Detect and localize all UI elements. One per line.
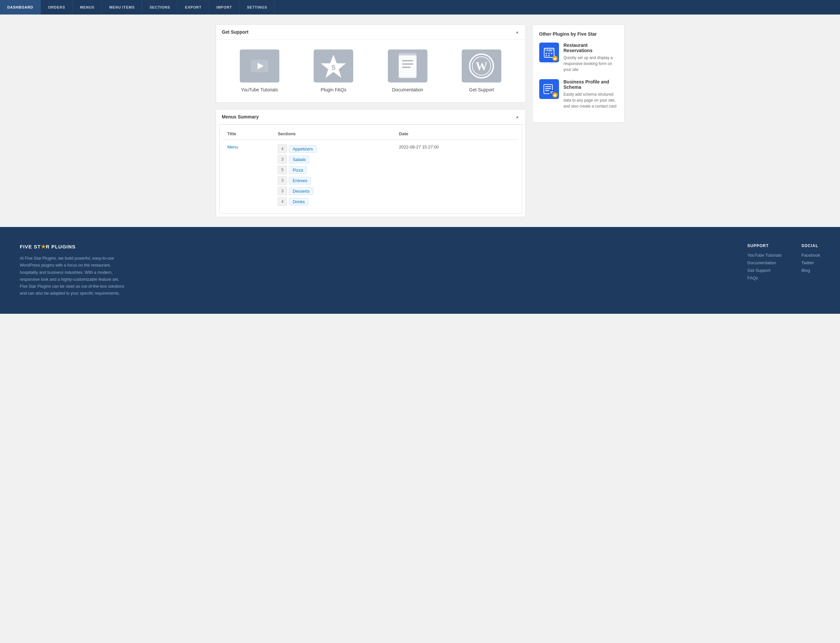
svg-rect-7 [402, 60, 413, 61]
section-link[interactable]: Pizza [289, 166, 307, 174]
svg-rect-8 [402, 64, 413, 65]
svg-rect-9 [402, 67, 410, 68]
svg-rect-16 [545, 53, 547, 54]
sidebar: Other Plugins by Five Star 7:30 [532, 24, 625, 217]
sidebar-title: Other Plugins by Five Star [539, 31, 618, 37]
svg-text:5: 5 [332, 64, 335, 72]
support-item-wp[interactable]: W Get Support [462, 49, 501, 92]
plugin-badge-2 [552, 92, 558, 98]
footer-social-col: SOCIAL Facebook Twitter Blog [801, 243, 820, 297]
page-body: Get Support ▲ YouTube Tutorials [206, 15, 635, 217]
nav-item-orders[interactable]: Orders [41, 0, 73, 15]
menus-summary-card: Menus Summary ▲ Title Sections Date [216, 109, 526, 217]
svg-rect-17 [548, 53, 550, 54]
sidebar-card: Other Plugins by Five Star 7:30 [532, 24, 625, 123]
section-link[interactable]: Drinks [289, 198, 308, 206]
svg-rect-23 [545, 86, 551, 87]
nav-item-dashboard[interactable]: Dashboard [0, 0, 41, 15]
youtube-icon-box [240, 49, 279, 82]
col-date: Date [394, 128, 518, 140]
support-youtube-label: YouTube Tutorials [241, 87, 278, 92]
menu-date: 2022-08-27 15:27:00 [394, 140, 518, 210]
section-row: 3Salads [278, 155, 389, 164]
plugin-item-reservations[interactable]: 7:30 Restaurant Reservations [539, 42, 618, 73]
plugin-reservations-icon: 7:30 [539, 42, 559, 62]
support-card-header: Get Support ▲ [216, 25, 525, 39]
plugin-reservations-info: Restaurant Reservations Quickly set up a… [563, 42, 618, 73]
footer-link-facebook[interactable]: Facebook [801, 253, 820, 258]
footer-social-title: SOCIAL [801, 243, 820, 248]
menus-table-border: Title Sections Date Menu4Appetizers3Sala… [219, 124, 522, 214]
support-card-title: Get Support [222, 29, 249, 35]
footer-link-blog[interactable]: Blog [801, 268, 820, 273]
section-row: 5Pizza [278, 166, 389, 174]
svg-rect-25 [545, 90, 549, 91]
section-count: 3 [278, 155, 287, 164]
footer-support-col: SUPPORT YouTube Tutorials Documentation … [747, 243, 781, 297]
section-row: 4Appetizers [278, 145, 389, 153]
support-item-faqs[interactable]: 5 Plugin FAQs [314, 49, 353, 92]
nav-item-settings[interactable]: Settings [240, 0, 275, 15]
svg-marker-29 [553, 94, 557, 97]
section-row: 4Drinks [278, 197, 389, 206]
nav-item-menu-items[interactable]: Menu Items [102, 0, 142, 15]
menus-table-wrap: Title Sections Date Menu4Appetizers3Sala… [216, 124, 525, 217]
faqs-icon-box: 5 [314, 49, 353, 82]
col-title: Title [223, 128, 273, 140]
plugin-reservations-name: Restaurant Reservations [563, 42, 618, 53]
support-item-youtube[interactable]: YouTube Tutorials [240, 49, 279, 92]
footer-link-faqs[interactable]: FAQs [747, 276, 781, 281]
footer-logo-text: FIVE ST★R PLUGINS [20, 243, 75, 250]
footer-support-title: SUPPORT [747, 243, 781, 248]
nav-item-menus[interactable]: Menus [73, 0, 102, 15]
menus-collapse-arrow[interactable]: ▲ [516, 114, 519, 119]
section-link[interactable]: Desserts [289, 188, 313, 195]
support-grid: YouTube Tutorials 5 Plugin FAQs [216, 39, 525, 102]
menu-link[interactable]: Menu [228, 145, 238, 149]
menus-card-title: Menus Summary [222, 114, 259, 119]
plugin-business-icon [539, 79, 559, 99]
svg-text:W: W [475, 60, 487, 73]
col-sections: Sections [273, 128, 394, 140]
nav-item-export[interactable]: Export [178, 0, 209, 15]
section-link[interactable]: Appetizers [289, 145, 316, 153]
section-link[interactable]: Salads [289, 156, 309, 163]
menus-table-header-row: Title Sections Date [223, 128, 518, 140]
plugin-reservations-desc: Quickly set up and display a responsive … [563, 55, 618, 73]
section-count: 4 [278, 197, 287, 206]
section-count: 4 [278, 145, 287, 153]
svg-rect-18 [551, 53, 552, 54]
footer: FIVE ST★R PLUGINS At Five Star Plugins, … [0, 227, 840, 314]
footer-logo: FIVE ST★R PLUGINS [20, 243, 125, 250]
footer-desc: At Five Star Plugins, we build powerful,… [20, 255, 125, 297]
footer-link-documentation[interactable]: Documentation [747, 260, 781, 265]
svg-rect-28 [550, 93, 552, 93]
svg-marker-21 [553, 57, 557, 60]
menus-card-header: Menus Summary ▲ [216, 109, 525, 124]
footer-links: SUPPORT YouTube Tutorials Documentation … [747, 243, 820, 297]
section-link[interactable]: Entrees [289, 177, 311, 184]
plugin-badge-1 [552, 56, 558, 61]
docs-icon-box [388, 49, 427, 82]
support-wp-label: Get Support [469, 87, 494, 92]
table-row: Menu4Appetizers3Salads5Pizza3Entrees3Des… [223, 140, 518, 210]
plugin-business-info: Business Profile and Schema Easily add s… [563, 79, 618, 109]
svg-text:7:30: 7:30 [546, 49, 552, 52]
plugin-business-name: Business Profile and Schema [563, 79, 618, 90]
footer-link-youtube-tutorials[interactable]: YouTube Tutorials [747, 253, 781, 258]
wordpress-icon-box: W [462, 49, 501, 82]
nav-item-import[interactable]: Import [209, 0, 240, 15]
nav-bar: DashboardOrdersMenusMenu ItemsSectionsEx… [0, 0, 840, 15]
support-item-docs[interactable]: Documentation [388, 49, 427, 92]
menus-table: Title Sections Date Menu4Appetizers3Sala… [223, 128, 518, 210]
section-row: 3Entrees [278, 176, 389, 185]
support-faqs-label: Plugin FAQs [321, 87, 346, 92]
footer-link-get-support[interactable]: Get Support [747, 268, 781, 273]
footer-link-twitter[interactable]: Twitter [801, 260, 820, 265]
support-collapse-arrow[interactable]: ▲ [516, 30, 519, 34]
nav-item-sections[interactable]: Sections [142, 0, 178, 15]
svg-rect-24 [545, 88, 551, 89]
svg-rect-20 [548, 55, 550, 56]
plugin-item-business[interactable]: Business Profile and Schema Easily add s… [539, 79, 618, 109]
section-row: 3Desserts [278, 187, 389, 195]
